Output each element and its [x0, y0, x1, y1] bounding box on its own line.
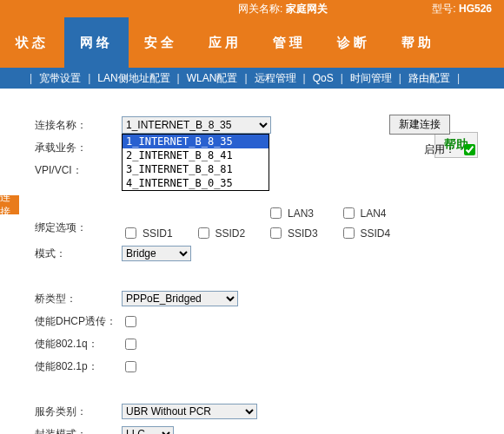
- mode-select[interactable]: Bridge: [122, 246, 191, 261]
- subtab-wlan[interactable]: WLAN配置: [183, 71, 242, 86]
- label-8021q: 使能802.1q：: [35, 337, 122, 352]
- checkbox-ssid4[interactable]: [343, 227, 355, 239]
- checkbox-dhcp[interactable]: [125, 316, 136, 327]
- tab-network[interactable]: 网络: [64, 17, 129, 68]
- subtab-remote[interactable]: 远程管理: [251, 71, 300, 86]
- conn-option-4[interactable]: 4_INTERNET_B_0_35: [123, 176, 269, 190]
- label-vpivci: VPI/VCI：: [35, 163, 122, 178]
- gateway-name-value: 家庭网关: [286, 3, 328, 15]
- main-tabs: 状态 网络 安全 应用 管理 诊断 帮助: [0, 17, 504, 68]
- checkbox-8021p[interactable]: [125, 361, 136, 372]
- subtab-route[interactable]: 路由配置: [405, 71, 454, 86]
- label-connection-name: 连接名称：: [35, 118, 122, 133]
- label-service-type: 服务类别：: [35, 404, 122, 419]
- label-bridge-type: 桥类型：: [35, 292, 122, 306]
- checkbox-lan3[interactable]: [270, 207, 282, 219]
- tab-status[interactable]: 状态: [0, 17, 64, 68]
- checkbox-enable[interactable]: [464, 144, 475, 155]
- gateway-name-label: 网关名称:: [238, 3, 282, 15]
- sub-tabs: | 宽带设置| LAN侧地址配置| WLAN配置| 远程管理| QoS| 时间管…: [0, 68, 504, 89]
- connection-name-select[interactable]: 1_INTERNET_B_8_35: [122, 116, 271, 134]
- checkbox-lan4[interactable]: [343, 207, 355, 219]
- label-dhcp: 使能DHCP透传：: [35, 314, 122, 329]
- label-encap: 封装模式：: [35, 427, 122, 435]
- conn-option-1[interactable]: 1_INTERNET_B_8_35: [123, 135, 269, 148]
- checkbox-8021q[interactable]: [125, 339, 136, 350]
- checkbox-ssid2[interactable]: [198, 227, 209, 239]
- subtab-time[interactable]: 时间管理: [347, 71, 395, 86]
- tab-help[interactable]: 帮助: [386, 17, 450, 68]
- model-value: HG526: [459, 3, 492, 15]
- checkbox-ssid1[interactable]: [125, 227, 136, 239]
- encap-select[interactable]: LLC: [122, 426, 174, 434]
- subtab-lan[interactable]: LAN侧地址配置: [94, 71, 173, 86]
- checkbox-ssid3[interactable]: [270, 227, 282, 239]
- label-8021p: 使能802.1p：: [35, 359, 122, 374]
- label-bind-option: 绑定选项：: [35, 220, 122, 235]
- service-type-select[interactable]: UBR Without PCR: [122, 404, 257, 419]
- label-enable: 启用：: [424, 142, 455, 157]
- model-label: 型号:: [432, 3, 455, 15]
- subtab-qos[interactable]: QoS: [309, 72, 337, 84]
- bridge-type-select[interactable]: PPPoE_Bridged: [122, 291, 238, 306]
- conn-option-2[interactable]: 2_INTERNET_B_8_41: [123, 148, 269, 162]
- tab-application[interactable]: 应用: [193, 17, 257, 68]
- tab-management[interactable]: 管理: [257, 17, 322, 68]
- label-service: 承载业务：: [35, 141, 122, 155]
- connection-name-dropdown[interactable]: 1_INTERNET_B_8_35 2_INTERNET_B_8_41 3_IN…: [122, 134, 269, 191]
- label-mode: 模式：: [35, 247, 122, 261]
- tab-diagnostic[interactable]: 诊断: [322, 17, 386, 68]
- subtab-broadband[interactable]: 宽带设置: [36, 71, 84, 86]
- tab-security[interactable]: 安全: [129, 17, 193, 68]
- conn-option-3[interactable]: 3_INTERNET_B_8_81: [123, 162, 269, 176]
- new-connection-button[interactable]: 新建连接: [389, 115, 450, 135]
